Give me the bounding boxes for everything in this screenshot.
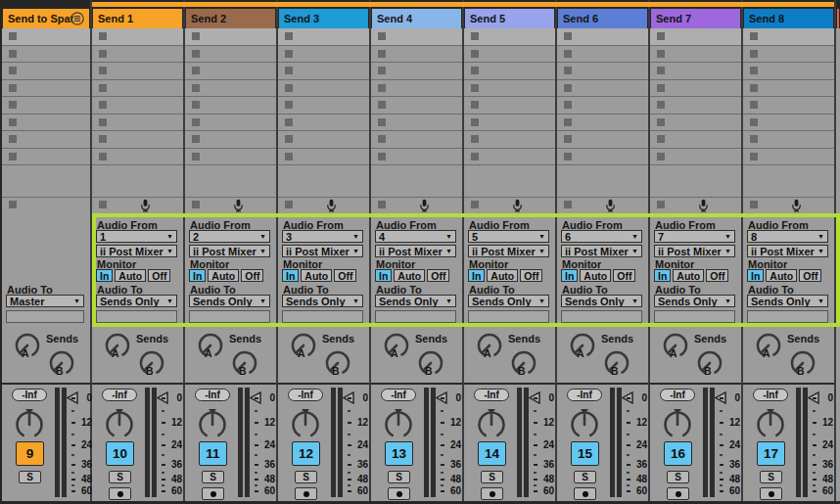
pan-knob[interactable] [754, 401, 787, 438]
clip-slot[interactable] [2, 131, 90, 149]
clip-slot[interactable] [743, 149, 834, 166]
track-header[interactable]: Send 5 [465, 9, 554, 28]
clip-stop-icon[interactable] [750, 67, 758, 74]
clip-slot[interactable] [92, 115, 183, 132]
clip-slot[interactable] [92, 63, 183, 80]
track-header[interactable]: Send 2 [186, 9, 275, 28]
clip-slot[interactable] [743, 63, 834, 80]
clip-slot[interactable] [278, 28, 369, 46]
volume-display[interactable]: -Inf [102, 389, 137, 401]
empty-clip-area[interactable] [371, 165, 462, 198]
clip-slot[interactable] [557, 63, 648, 80]
solo-button[interactable]: S [388, 471, 410, 483]
clip-stop-icon[interactable] [564, 153, 572, 160]
clip-stop-icon[interactable] [378, 101, 386, 109]
clip-slot[interactable] [557, 80, 648, 98]
monitor-auto-button[interactable]: Auto [394, 269, 425, 282]
monitor-auto-button[interactable]: Auto [766, 269, 797, 282]
track-activator-button[interactable]: 16 [664, 441, 692, 466]
clip-stop-icon[interactable] [750, 84, 758, 92]
clip-slot[interactable] [557, 131, 648, 149]
clip-slot[interactable] [464, 80, 555, 98]
audio-from-chooser[interactable]: 7 ▼ [654, 230, 735, 243]
audio-from-chooser[interactable]: 3 ▼ [282, 230, 363, 243]
clip-stop-icon[interactable] [657, 84, 665, 92]
monitor-off-button[interactable]: Off [706, 269, 728, 282]
clip-slot[interactable] [2, 149, 90, 166]
clip-stop-icon[interactable] [192, 101, 200, 109]
clip-slot[interactable] [743, 97, 834, 115]
clip-slot[interactable] [557, 97, 648, 115]
group-fold-icon[interactable] [70, 11, 85, 26]
clip-slot[interactable] [92, 97, 183, 115]
clip-slot[interactable] [92, 149, 183, 166]
clip-slot[interactable] [278, 46, 369, 64]
clip-slot[interactable] [557, 46, 648, 64]
output-channel-box[interactable] [6, 310, 84, 323]
clip-slot[interactable] [650, 149, 741, 166]
clip-stop-icon[interactable] [99, 84, 107, 92]
clip-slot[interactable] [92, 131, 183, 149]
clip-stop-icon[interactable] [9, 101, 17, 109]
track-header[interactable]: Send 4 [372, 9, 461, 28]
pan-knob[interactable] [568, 401, 601, 438]
tap-point-chooser[interactable]: ii Post Mixer ▼ [375, 245, 456, 257]
track-header[interactable]: Send 6 [558, 9, 647, 28]
clip-stop-icon[interactable] [378, 84, 386, 92]
tap-point-chooser[interactable]: ii Post Mixer ▼ [189, 245, 270, 257]
clip-stop-icon[interactable] [564, 118, 572, 126]
clip-slot[interactable] [185, 97, 276, 115]
solo-button[interactable]: S [19, 471, 41, 483]
clip-stop-icon[interactable] [285, 50, 293, 58]
empty-clip-area[interactable] [92, 165, 183, 198]
clip-slot[interactable] [464, 115, 555, 132]
clip-stop-icon[interactable] [9, 153, 17, 160]
record-arm-button[interactable] [109, 487, 131, 500]
tap-point-chooser[interactable]: ii Post Mixer ▼ [96, 245, 177, 257]
clip-stop-icon[interactable] [471, 101, 479, 109]
monitor-off-button[interactable]: Off [427, 269, 449, 282]
tap-point-chooser[interactable]: ii Post Mixer ▼ [282, 245, 363, 257]
clip-stop-icon[interactable] [285, 153, 293, 160]
volume-display[interactable]: -Inf [567, 389, 602, 401]
track-header[interactable]: Send 3 [279, 9, 368, 28]
pan-knob[interactable] [196, 401, 229, 438]
output-channel-box[interactable] [375, 310, 456, 323]
monitor-off-button[interactable]: Off [613, 269, 635, 282]
pan-knob[interactable] [289, 401, 322, 438]
output-channel-box[interactable] [654, 310, 735, 323]
audio-to-chooser[interactable]: Sends Only ▼ [654, 295, 735, 307]
track-header[interactable]: Send 1 [93, 9, 182, 28]
clip-slot[interactable] [278, 63, 369, 80]
monitor-auto-button[interactable]: Auto [115, 269, 146, 282]
track-header[interactable]: Send 7 [651, 9, 740, 28]
clip-slot[interactable] [2, 97, 90, 115]
clip-slot[interactable] [650, 28, 741, 46]
monitor-auto-button[interactable]: Auto [487, 269, 518, 282]
empty-clip-area[interactable] [185, 165, 276, 198]
clip-slot[interactable] [743, 80, 834, 98]
clip-slot[interactable] [371, 97, 462, 115]
solo-button[interactable]: S [481, 471, 503, 483]
clip-stop-icon[interactable] [9, 201, 17, 208]
clip-stop-icon[interactable] [285, 67, 293, 74]
clip-stop-icon[interactable] [471, 32, 479, 40]
clip-slot[interactable] [371, 46, 462, 64]
clip-stop-icon[interactable] [471, 50, 479, 58]
clip-slot[interactable] [743, 28, 834, 46]
clip-stop-icon[interactable] [750, 201, 758, 208]
audio-from-chooser[interactable]: 4 ▼ [375, 230, 456, 243]
clip-slot[interactable] [650, 63, 741, 80]
clip-slot[interactable] [2, 63, 90, 80]
monitor-in-button[interactable]: In [468, 269, 485, 282]
clip-stop-icon[interactable] [750, 32, 758, 40]
volume-display[interactable]: -Inf [381, 389, 416, 401]
clip-slot[interactable] [464, 149, 555, 166]
tap-point-chooser[interactable]: ii Post Mixer ▼ [468, 245, 549, 257]
empty-clip-area[interactable] [557, 165, 648, 198]
clip-stop-icon[interactable] [564, 32, 572, 40]
clip-slot[interactable] [557, 28, 648, 46]
clip-stop-icon[interactable] [378, 135, 386, 143]
monitor-off-button[interactable]: Off [520, 269, 542, 282]
empty-clip-area[interactable] [743, 165, 834, 198]
